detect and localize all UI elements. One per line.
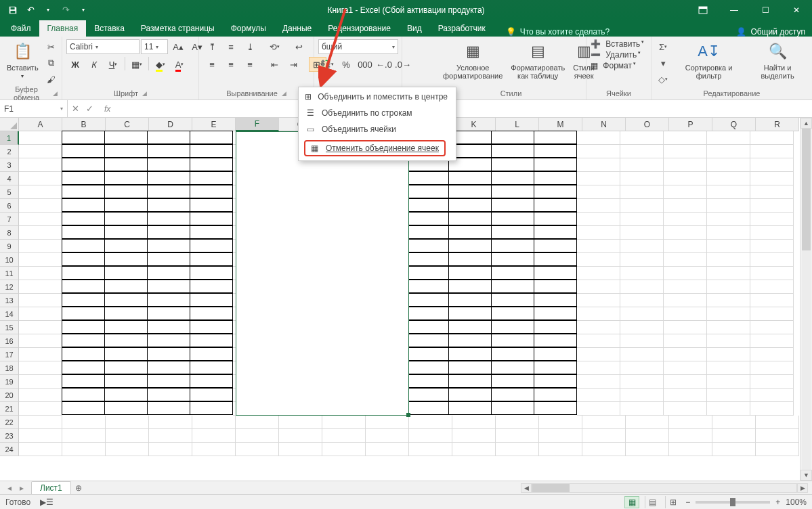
- cell[interactable]: [147, 131, 190, 144]
- cell[interactable]: [106, 429, 149, 443]
- save-button[interactable]: [5, 3, 20, 18]
- merge-center-item[interactable]: ⊞Объединить и поместить в центре: [300, 89, 454, 105]
- cell[interactable]: [147, 307, 190, 320]
- cell[interactable]: [496, 443, 539, 456]
- cell[interactable]: [279, 443, 322, 456]
- cell[interactable]: [366, 443, 409, 456]
- cell[interactable]: [104, 171, 148, 185]
- wrap-text-button[interactable]: ↩: [290, 39, 307, 54]
- font-size-combo[interactable]: 11▾: [141, 39, 168, 54]
- cell[interactable]: [539, 416, 582, 429]
- cell[interactable]: [19, 375, 62, 389]
- cell[interactable]: [756, 416, 799, 429]
- cell[interactable]: [406, 307, 449, 320]
- cell[interactable]: [577, 185, 620, 199]
- cell[interactable]: [491, 307, 534, 320]
- cell[interactable]: [406, 198, 449, 212]
- cell[interactable]: [707, 199, 750, 213]
- cell[interactable]: [19, 280, 62, 294]
- font-name-combo[interactable]: Calibri▾: [66, 39, 140, 54]
- cell[interactable]: [750, 267, 794, 280]
- cell[interactable]: [577, 334, 620, 348]
- cell[interactable]: [62, 158, 105, 171]
- column-header[interactable]: A: [19, 118, 62, 131]
- cell[interactable]: [620, 280, 664, 294]
- cell[interactable]: [448, 280, 492, 293]
- cut-button[interactable]: ✂: [44, 39, 59, 54]
- font-color-button[interactable]: A▾: [171, 57, 188, 72]
- cell[interactable]: [577, 145, 620, 158]
- cell[interactable]: [190, 158, 233, 171]
- cell[interactable]: [534, 293, 577, 307]
- cell[interactable]: [664, 280, 707, 294]
- cell[interactable]: [750, 226, 794, 240]
- row-header[interactable]: 8: [0, 226, 19, 240]
- copy-button[interactable]: ⧉: [44, 56, 59, 70]
- cell[interactable]: [582, 443, 626, 456]
- maximize-button[interactable]: ☐: [750, 0, 781, 20]
- column-header[interactable]: E: [192, 118, 236, 131]
- cell[interactable]: [147, 293, 190, 307]
- cell[interactable]: [448, 198, 492, 212]
- row-headers[interactable]: 123456789101112131415161718192021222324: [0, 131, 19, 468]
- cell[interactable]: [707, 172, 750, 185]
- cell[interactable]: [190, 131, 233, 144]
- fx-icon[interactable]: fx: [104, 104, 110, 114]
- cell[interactable]: [750, 240, 794, 253]
- cell[interactable]: [577, 240, 620, 253]
- cell[interactable]: [452, 443, 496, 456]
- cell[interactable]: [406, 374, 449, 388]
- clear-button[interactable]: ◇▾: [656, 72, 670, 87]
- cell[interactable]: [620, 375, 664, 389]
- column-header[interactable]: M: [539, 118, 582, 131]
- cell[interactable]: [664, 158, 707, 172]
- cell[interactable]: [147, 144, 190, 158]
- tab-developer[interactable]: Разработчик: [430, 20, 494, 37]
- cell[interactable]: [366, 416, 409, 429]
- cell[interactable]: [62, 266, 105, 280]
- cell[interactable]: [409, 443, 452, 456]
- cell[interactable]: [577, 402, 620, 416]
- cell[interactable]: [452, 429, 496, 443]
- cell[interactable]: [620, 253, 664, 267]
- cell[interactable]: [106, 416, 149, 429]
- cell[interactable]: [62, 374, 105, 388]
- cell[interactable]: [406, 280, 449, 293]
- cell[interactable]: [19, 334, 62, 348]
- cell[interactable]: [19, 389, 62, 402]
- cell[interactable]: [448, 225, 492, 239]
- cell[interactable]: [577, 321, 620, 334]
- cell[interactable]: [664, 213, 707, 226]
- row-header[interactable]: 11: [0, 267, 19, 280]
- tab-page-layout[interactable]: Разметка страницы: [133, 20, 223, 37]
- cell[interactable]: [491, 374, 534, 388]
- cell[interactable]: [104, 198, 148, 212]
- cell[interactable]: [750, 294, 794, 307]
- scroll-left-button[interactable]: ◀: [521, 483, 532, 493]
- cell[interactable]: [406, 239, 449, 252]
- row-header[interactable]: 16: [0, 334, 19, 348]
- cell[interactable]: [147, 280, 190, 293]
- cell[interactable]: [448, 401, 492, 415]
- cell[interactable]: [147, 401, 190, 415]
- cell[interactable]: [190, 388, 233, 401]
- increase-decimal-button[interactable]: ←.0: [375, 57, 393, 72]
- cell[interactable]: [279, 429, 322, 443]
- column-header[interactable]: L: [496, 118, 539, 131]
- cell[interactable]: [620, 213, 664, 226]
- view-page-break-button[interactable]: ⊞: [665, 496, 680, 508]
- cell[interactable]: [62, 280, 105, 293]
- cell[interactable]: [104, 239, 148, 252]
- row-header[interactable]: 17: [0, 348, 19, 361]
- cell[interactable]: [62, 252, 105, 266]
- dialog-launcher-icon[interactable]: ◢: [282, 90, 286, 97]
- cell[interactable]: [406, 347, 449, 361]
- row-header[interactable]: 7: [0, 213, 19, 226]
- paste-button[interactable]: 📋 Вставить ▾: [4, 39, 41, 81]
- cell[interactable]: [19, 307, 62, 321]
- cell[interactable]: [664, 375, 707, 389]
- cell[interactable]: [452, 416, 496, 429]
- cell[interactable]: [104, 347, 148, 361]
- cell[interactable]: [62, 144, 105, 158]
- cell[interactable]: [577, 267, 620, 280]
